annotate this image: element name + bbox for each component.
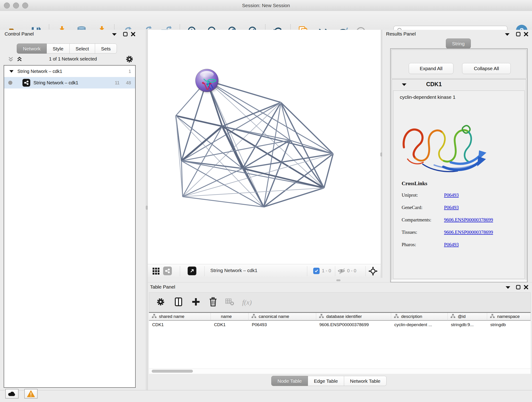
collapse-panel-icon[interactable] [505,286,511,290]
protein-structure-image [398,105,498,187]
collapse-all-button[interactable]: Collapse All [462,63,511,74]
edge-CDKN1A-CCNE1[interactable] [264,188,324,207]
hidden-eye-icon[interactable] [337,267,346,275]
tree-expander-icon[interactable] [9,69,14,74]
edge-CCNA2-HIST1H1A[interactable] [183,168,243,197]
node-attribute-table: shared namenamecanonical namedatabase id… [149,312,531,374]
collapse-panel-icon[interactable] [112,32,117,37]
table-cell[interactable]: CDK1 [149,321,211,329]
column-header-database-identifier[interactable]: database identifier [316,313,391,321]
splitter-knob[interactable] [146,206,148,210]
collapse-panel-icon[interactable] [505,32,510,37]
tab-string[interactable]: String [446,38,471,49]
tab-select[interactable]: Select [70,44,95,54]
gene-expander-icon[interactable] [401,83,407,87]
table-cell[interactable]: P06493 [249,321,316,329]
cloud-status-button[interactable] [5,389,19,399]
control-panel-splitter[interactable] [146,30,148,390]
float-panel-icon[interactable] [516,285,521,291]
crosshair-icon[interactable] [368,267,378,277]
network-row[interactable]: String Network – cdk1 11 48 [4,77,135,89]
crosslink-row: GeneCard:P06493 [402,201,521,214]
network-share-badge-icon[interactable] [163,267,172,275]
edge-CCNB2-CDKN1A[interactable] [207,80,324,188]
tab-node-table[interactable]: Node Table [271,376,308,386]
network-canvas[interactable] [148,30,381,264]
edge-CCNB1-HIST1H1A[interactable] [181,161,183,197]
crosslinks-rows: Uniprot:P06493GeneCard:P06493Compartment… [402,189,521,251]
warning-status-button[interactable] [24,389,38,399]
scrollbar-thumb[interactable] [152,370,193,373]
crosslink-label: Tissues: [402,230,444,235]
network-status-dot [8,81,12,85]
delete-column-trash-icon[interactable] [209,297,217,307]
network-graph[interactable] [148,30,381,264]
close-panel-icon[interactable] [131,32,136,38]
column-type-icon [251,314,256,319]
crosslink-row: Compartments:9606.ENSP00000378699 [402,214,521,226]
application-window: Session: New Session ? Control [0,0,532,402]
grid-view-icon[interactable] [152,267,160,276]
crosslink-link[interactable]: P06493 [444,242,459,248]
column-header-canonical-name[interactable]: canonical name [249,313,316,321]
detach-view-icon[interactable] [188,267,196,275]
tab-network-table[interactable]: Network Table [344,376,387,386]
close-panel-icon[interactable] [524,285,529,291]
main-toolbar: ? [0,11,532,30]
network-view-title: String Network – cdk1 [210,268,257,273]
table-settings-gear-icon[interactable] [157,298,165,307]
toolbar-separator [365,266,366,276]
network-tree: String Network – cdk1 1 String Network –… [4,65,136,388]
table-cell[interactable]: stringdb:9... [448,321,487,329]
tab-sets[interactable]: Sets [95,44,117,54]
table-panel: Table Panel f(x) shared namenamecanonica… [148,282,532,390]
tab-network[interactable]: Network [17,44,47,54]
crosslink-link[interactable]: 9606.ENSP00000378699 [444,217,493,223]
results-actions-box: Expand All Collapse All [391,50,526,79]
tab-style[interactable]: Style [47,44,70,54]
edge-CDC25B-HIST1H1A[interactable] [176,116,183,197]
gene-result-section: CDK1 cyclin-dependent kinase 1 [392,79,526,281]
network-edge-count: 48 [126,80,131,85]
hidden-counts: 0 - 0 [347,268,356,274]
show-columns-icon[interactable] [174,297,183,307]
crosslink-link[interactable]: 9606.ENSP00000378699 [444,230,493,235]
column-header-namespace[interactable]: namespace [487,313,531,321]
network-options-gear-icon[interactable] [126,56,133,64]
column-header--id[interactable]: @id [448,313,487,321]
float-panel-icon[interactable] [516,32,521,38]
edge-RB1-CDKN1A[interactable] [324,154,333,188]
network-collection-row[interactable]: String Network – cdk1 1 [4,65,135,77]
table-cell[interactable]: 9606.ENSP00000378699 [316,321,391,329]
crosslink-link[interactable]: P06493 [444,192,459,198]
close-panel-icon[interactable] [524,32,529,38]
results-scrollbar[interactable] [392,280,526,282]
edge-HIST1H1A-CCNE1[interactable] [183,197,264,207]
apply-function-icon: f(x) [242,298,252,306]
splitter-knob[interactable] [336,279,341,281]
toolbar-separator [204,266,205,276]
table-cell[interactable]: cyclin-dependent ... [391,321,448,329]
edge-CDKN1A-HIST1H1A[interactable] [183,188,324,197]
table-cell[interactable]: stringdb [487,321,531,329]
edge-CDK1-CCNB1[interactable] [181,126,222,161]
network-edges [176,80,333,207]
crosslink-link[interactable]: P06493 [444,205,459,211]
table-horizontal-scrollbar[interactable] [149,369,531,374]
column-header-shared-name[interactable]: shared name [149,313,211,321]
string-results-container: Expand All Collapse All CDK1 cyclin-depe… [390,48,528,282]
table-cell[interactable]: CDK1 [211,321,249,329]
edge-CCNB2-RB1[interactable] [207,80,333,154]
expand-all-button[interactable]: Expand All [409,63,453,74]
tab-edge-table[interactable]: Edge Table [308,376,344,386]
column-header-name[interactable]: name [211,313,249,321]
crosslinks-section: CrossLinks Uniprot:P06493GeneCard:P06493… [402,181,521,251]
float-panel-icon[interactable] [123,32,128,38]
column-header-description[interactable]: description [391,313,448,321]
selected-checkbox[interactable] [313,268,320,274]
control-panel-tabs: NetworkStyleSelectSets [17,44,117,54]
edge-CCNB1-CCNA2[interactable] [181,161,243,168]
edge-CCNB2-CCNE1[interactable] [207,80,264,207]
create-column-icon[interactable] [192,298,200,307]
column-type-icon [152,314,157,319]
